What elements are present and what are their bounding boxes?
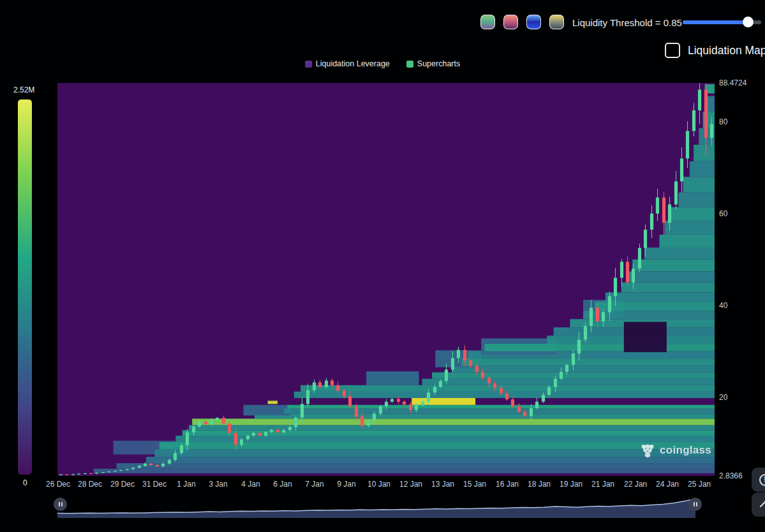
liquidation-map-row: Liquidation Map: [665, 43, 765, 58]
liquidation-map-checkbox[interactable]: [665, 43, 680, 58]
x-axis-tick-label: 18 Jan: [528, 480, 551, 489]
x-axis-tick-label: 28 Dec: [78, 480, 102, 489]
legend-item-liquidation-leverage[interactable]: Liquidation Leverage: [305, 59, 390, 68]
x-axis-tick-label: 4 Jan: [241, 480, 260, 489]
x-axis-tick-label: 13 Jan: [431, 480, 454, 489]
y-axis-tick-label: 80: [719, 117, 727, 126]
coinglass-watermark-text: coinglass: [660, 444, 711, 457]
x-axis-tick-label: 25 Jan: [688, 480, 711, 489]
x-axis-tick-label: 9 Jan: [337, 480, 355, 489]
navigator-right-handle[interactable]: [688, 498, 702, 511]
collapse-panel-button[interactable]: [752, 492, 765, 517]
x-axis-tick-label: 1 Jan: [177, 480, 195, 489]
navigator-canvas[interactable]: [57, 495, 695, 519]
palette-viridis-button[interactable]: [480, 15, 495, 29]
legend-label: Supercharts: [417, 59, 460, 68]
legend-item-supercharts[interactable]: Supercharts: [406, 59, 460, 68]
chevron-up-icon: [760, 501, 765, 512]
colorbar-gradient: [18, 100, 32, 475]
palette-magma-button[interactable]: [503, 15, 518, 29]
y-axis-tick-label: 20: [719, 393, 727, 402]
navigator-left-handle[interactable]: [54, 498, 67, 511]
legend-label: Liquidation Leverage: [316, 59, 390, 68]
x-axis-tick-label: 7 Jan: [305, 480, 323, 489]
x-axis-tick-label: 24 Jan: [656, 480, 679, 489]
colorbar-max-label: 2.52M: [13, 85, 34, 94]
palette-blues-button[interactable]: [526, 15, 541, 29]
alert-badge-icon: !: [759, 474, 765, 486]
liquidity-threshold-slider[interactable]: [683, 20, 761, 24]
x-axis-tick-label: 31 Dec: [142, 480, 167, 489]
x-axis-tick-label: 19 Jan: [560, 480, 583, 489]
liquidity-threshold-label: Liquidity Threshold = 0.85: [572, 17, 682, 28]
legend-swatch-purple: [305, 61, 312, 68]
colormap-palette-group: [480, 15, 564, 29]
coinglass-watermark: coinglass: [640, 443, 711, 458]
y-axis-tick-label: 60: [719, 209, 727, 218]
y-axis-bottom-label: 2.8366: [719, 471, 743, 480]
y-axis-top-label: 88.4724: [719, 78, 746, 87]
slider-thumb[interactable]: [743, 17, 754, 27]
palette-cividis-button[interactable]: [549, 15, 564, 29]
x-axis-tick-label: 26 Dec: [46, 480, 70, 489]
liquidation-heatmap-canvas[interactable]: [57, 83, 715, 476]
legend-swatch-green: [406, 61, 413, 68]
colorbar-min-label: 0: [23, 478, 27, 487]
x-axis-tick-label: 29 Dec: [110, 480, 135, 489]
x-axis-tick-label: 21 Jan: [591, 480, 614, 489]
alerts-button[interactable]: !: [752, 468, 765, 492]
x-axis-tick-label: 3 Jan: [209, 480, 227, 489]
chart-legend: Liquidation Leverage Supercharts: [0, 59, 765, 68]
x-axis-tick-label: 10 Jan: [368, 480, 390, 489]
x-axis-tick-label: 12 Jan: [399, 480, 422, 489]
y-axis-tick-label: 40: [719, 301, 727, 310]
x-axis-tick-label: 6 Jan: [273, 480, 292, 489]
x-axis-tick-label: 16 Jan: [496, 480, 519, 489]
x-axis-tick-label: 22 Jan: [624, 480, 647, 489]
coinglass-bear-icon: [640, 443, 655, 458]
liquidation-map-label: Liquidation Map: [688, 44, 765, 57]
x-axis-tick-label: 15 Jan: [463, 480, 486, 489]
liquidation-heatmap-page: Liquidity Threshold = 0.85 Liquidation M…: [0, 0, 765, 532]
